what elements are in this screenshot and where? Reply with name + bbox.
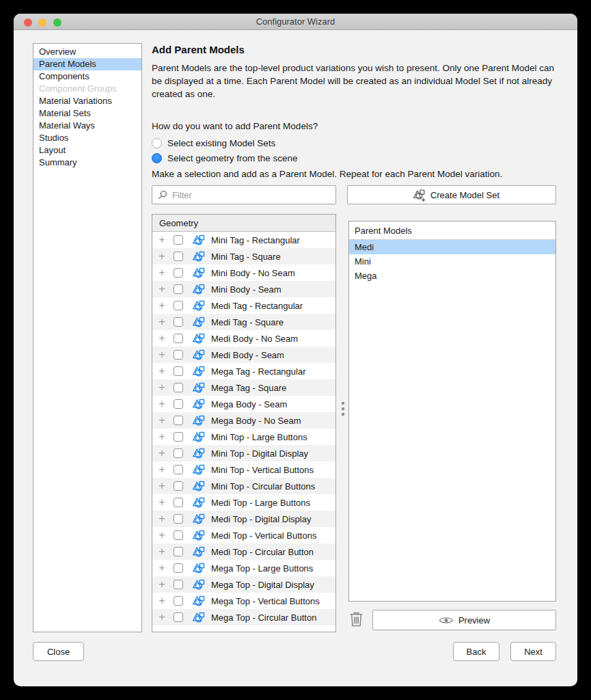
expand-icon[interactable]: + (156, 267, 167, 278)
geometry-checkbox[interactable] (174, 465, 183, 474)
close-window-button[interactable] (24, 18, 32, 27)
expand-icon[interactable]: + (156, 464, 167, 475)
geometry-checkbox[interactable] (174, 481, 183, 491)
delete-parent-model-button[interactable] (349, 611, 364, 628)
expand-icon[interactable]: + (156, 612, 167, 623)
geometry-row[interactable]: +Medi Body - Seam (152, 347, 335, 363)
expand-icon[interactable]: + (156, 234, 167, 245)
minimize-window-button[interactable] (38, 18, 46, 27)
geometry-row[interactable]: +Medi Top - Circular Button (152, 543, 335, 560)
geometry-checkbox[interactable] (174, 350, 183, 360)
geometry-row[interactable]: +Mega Top - Circular Button (152, 609, 335, 625)
geometry-checkbox[interactable] (174, 317, 183, 327)
geometry-row[interactable]: +Mega Top - Digital Display (152, 576, 335, 593)
expand-icon[interactable]: + (156, 431, 167, 442)
geometry-row[interactable]: +Mega Tag - Rectangular (152, 363, 335, 379)
geometry-row[interactable]: +Mini Tag - Square (152, 248, 335, 265)
parent-model-row-mega[interactable]: Mega (349, 269, 555, 283)
expand-icon[interactable]: + (156, 595, 167, 606)
geometry-checkbox[interactable] (174, 448, 183, 458)
geometry-checkbox[interactable] (174, 416, 183, 425)
geometry-checkbox[interactable] (174, 235, 183, 245)
geometry-row[interactable]: +Mini Top - Digital Display (152, 445, 335, 461)
expand-icon[interactable]: + (156, 366, 167, 377)
geometry-row[interactable]: +Mini Body - No Seam (152, 265, 335, 281)
splitter-handle[interactable] (338, 396, 348, 421)
radio-option-select-existing-model-sets[interactable]: Select existing Model Sets (152, 135, 298, 150)
expand-icon[interactable]: + (156, 546, 167, 557)
sidebar-item-material-variations[interactable]: Material Variations (33, 95, 141, 107)
geometry-row[interactable]: +Mega Body - Seam (152, 396, 335, 412)
geometry-checkbox[interactable] (174, 334, 183, 343)
geometry-row[interactable]: +Medi Top - Digital Display (152, 511, 335, 527)
geometry-row[interactable]: +Mini Body - Seam (152, 281, 335, 297)
radio-option-select-geometry-from-the-scene[interactable]: Select geometry from the scene (152, 150, 298, 165)
sidebar-item-overview[interactable]: Overview (33, 46, 141, 58)
geometry-checkbox[interactable] (174, 596, 183, 606)
geometry-row[interactable]: +Mini Tag - Rectangular (152, 232, 335, 248)
parent-model-row-mini[interactable]: Mini (349, 254, 555, 269)
geometry-checkbox[interactable] (174, 530, 183, 540)
geometry-row[interactable]: +Mega Top - Vertical Buttons (152, 593, 335, 609)
geometry-checkbox[interactable] (174, 399, 183, 409)
geometry-checkbox[interactable] (174, 301, 183, 310)
geometry-row[interactable]: +Medi Top - Vertical Buttons (152, 527, 335, 543)
geometry-checkbox[interactable] (174, 612, 183, 622)
filter-input[interactable] (172, 190, 316, 200)
back-button[interactable]: Back (453, 642, 499, 661)
close-button[interactable]: Close (33, 642, 84, 661)
geometry-row[interactable]: +Medi Body - No Seam (152, 330, 335, 347)
parent-model-row-medi[interactable]: Medi (349, 240, 555, 254)
expand-icon[interactable]: + (156, 530, 167, 541)
create-model-set-button[interactable]: Create Model Set (347, 185, 556, 204)
geometry-row[interactable]: +Mega Tag - Square (152, 379, 335, 396)
geometry-row[interactable]: +Mega Body - No Seam (152, 412, 335, 429)
geometry-row[interactable]: +Medi Top - Large Buttons (152, 494, 335, 511)
geometry-row[interactable]: +Medi Tag - Rectangular (152, 297, 335, 314)
sidebar-item-studios[interactable]: Studios (33, 132, 141, 144)
geometry-checkbox[interactable] (174, 547, 183, 556)
geometry-checkbox[interactable] (174, 268, 183, 278)
expand-icon[interactable]: + (156, 415, 167, 426)
expand-icon[interactable]: + (156, 448, 167, 459)
filter-field[interactable] (152, 185, 336, 204)
geometry-checkbox[interactable] (174, 383, 183, 392)
sidebar-item-summary[interactable]: Summary (33, 157, 141, 169)
expand-icon[interactable]: + (156, 300, 167, 311)
sidebar-item-components[interactable]: Components (33, 70, 141, 83)
expand-icon[interactable]: + (156, 481, 167, 492)
sidebar-item-layout[interactable]: Layout (33, 144, 141, 157)
geometry-row[interactable]: +Mega Top - Large Buttons (152, 560, 335, 576)
geometry-row[interactable]: +Mini Top - Large Buttons (152, 429, 335, 445)
expand-icon[interactable]: + (156, 497, 167, 508)
expand-icon[interactable]: + (156, 382, 167, 393)
geometry-row[interactable]: +Mini Top - Circular Buttons (152, 478, 335, 494)
geometry-checkbox[interactable] (174, 498, 183, 507)
sidebar-item-material-sets[interactable]: Material Sets (33, 107, 141, 120)
expand-icon[interactable]: + (156, 317, 167, 327)
radio-button-icon[interactable] (152, 138, 162, 148)
sidebar-item-parent-models[interactable]: Parent Models (33, 58, 141, 70)
geometry-checkbox[interactable] (174, 252, 183, 261)
expand-icon[interactable]: + (156, 251, 167, 262)
geometry-checkbox[interactable] (174, 432, 183, 442)
expand-icon[interactable]: + (156, 399, 167, 409)
geometry-checkbox[interactable] (174, 366, 183, 376)
zoom-window-button[interactable] (53, 18, 61, 27)
geometry-checkbox[interactable] (174, 563, 183, 573)
geometry-row[interactable]: +Mini Top - Vertical Buttons (152, 461, 335, 478)
geometry-checkbox[interactable] (174, 580, 183, 589)
expand-icon[interactable]: + (156, 284, 167, 295)
geometry-checkbox[interactable] (174, 514, 183, 524)
radio-button-icon[interactable] (152, 153, 162, 163)
expand-icon[interactable]: + (156, 563, 167, 574)
expand-icon[interactable]: + (156, 333, 167, 344)
expand-icon[interactable]: + (156, 579, 167, 590)
geometry-row[interactable]: +Medi Tag - Square (152, 314, 335, 330)
next-button[interactable]: Next (510, 642, 556, 661)
expand-icon[interactable]: + (156, 349, 167, 360)
geometry-checkbox[interactable] (174, 284, 183, 294)
preview-button[interactable]: Preview (372, 610, 556, 630)
sidebar-item-material-ways[interactable]: Material Ways (33, 120, 141, 132)
expand-icon[interactable]: + (156, 513, 167, 524)
